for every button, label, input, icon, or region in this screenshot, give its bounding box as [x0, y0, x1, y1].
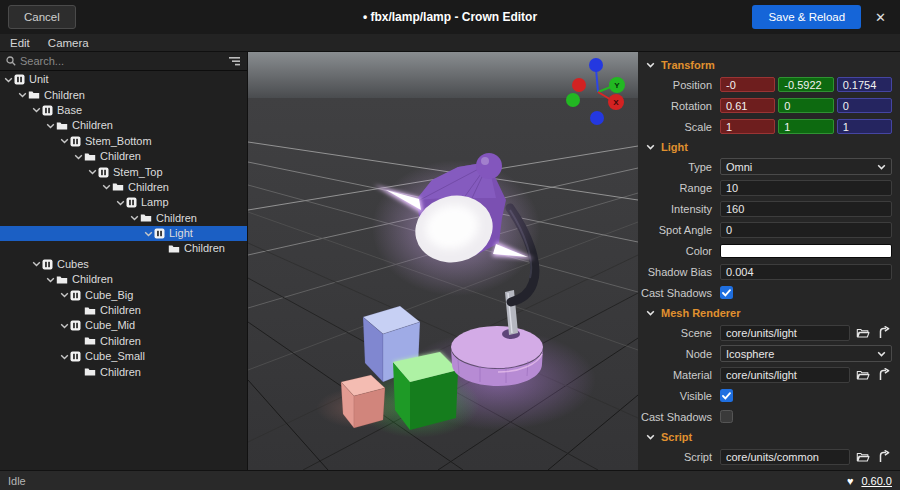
tree-item-children[interactable]: Children	[0, 272, 247, 287]
scale-x-field[interactable]: 1	[720, 119, 775, 134]
scale-z-field[interactable]: 1	[837, 119, 892, 134]
property-label: Spot Angle	[638, 224, 720, 236]
tree-item-children[interactable]: Children	[0, 118, 247, 133]
tree-item-children[interactable]: Children	[0, 241, 247, 256]
version-link[interactable]: 0.60.0	[861, 475, 892, 487]
cast-shadows-checkbox[interactable]	[720, 410, 733, 423]
folder-icon	[140, 213, 152, 223]
tree-item-base[interactable]: Base	[0, 103, 247, 118]
close-icon[interactable]: ✕	[861, 10, 900, 25]
search-input[interactable]	[20, 55, 224, 67]
chevron-down-icon[interactable]	[646, 431, 655, 443]
chevron-down-icon[interactable]	[143, 230, 154, 238]
scene-resource-input[interactable]	[720, 325, 850, 341]
chevron-down-icon[interactable]	[101, 183, 112, 191]
3d-viewport[interactable]: Y X	[247, 52, 637, 470]
tree-item-children[interactable]: Children	[0, 334, 247, 349]
shadow-bias-input[interactable]	[720, 264, 892, 280]
tree-item-label: Children	[100, 334, 141, 349]
tree-item-cube-small[interactable]: Cube_Small	[0, 349, 247, 364]
property-label: Node	[638, 348, 720, 360]
property-label: Position	[638, 79, 720, 91]
tree-item-cube-mid[interactable]: Cube_Mid	[0, 318, 247, 333]
chevron-down-icon[interactable]	[45, 276, 56, 284]
chevron-down-icon[interactable]	[129, 214, 140, 222]
tree-item-children[interactable]: Children	[0, 149, 247, 164]
section-header-script[interactable]: Script	[638, 427, 900, 446]
tree-item-light[interactable]: Light	[0, 226, 247, 241]
material-resource-input[interactable]	[720, 367, 850, 383]
tree-item-label: Children	[128, 180, 169, 195]
chevron-down-icon[interactable]	[45, 122, 56, 130]
chevron-down-icon[interactable]	[87, 168, 98, 176]
script-resource-input[interactable]	[720, 449, 850, 465]
chevron-down-icon[interactable]	[31, 106, 42, 114]
tree-item-children[interactable]: Children	[0, 303, 247, 318]
rotation-z-field[interactable]: 0	[837, 98, 892, 113]
gizmo-y-neg[interactable]	[566, 93, 580, 107]
import-arrow-icon[interactable]	[875, 367, 892, 383]
chevron-down-icon[interactable]	[73, 153, 84, 161]
heart-icon[interactable]: ♥	[847, 475, 854, 487]
chevron-down-icon[interactable]	[59, 291, 70, 299]
tree-item-label: Cube_Mid	[85, 318, 135, 333]
section-header-mesh-renderer[interactable]: Mesh Renderer	[638, 303, 900, 322]
chevron-down-icon[interactable]	[59, 322, 70, 330]
folder-open-icon[interactable]	[854, 449, 871, 465]
tree-item-children[interactable]: Children	[0, 211, 247, 226]
tree-item-children[interactable]: Children	[0, 87, 247, 102]
menu-item-camera[interactable]: Camera	[48, 37, 89, 49]
position-z-field[interactable]: 0.1754	[837, 77, 892, 92]
chevron-down-icon[interactable]	[115, 199, 126, 207]
gizmo-z-neg[interactable]	[590, 111, 604, 125]
tree-item-children[interactable]: Children	[0, 180, 247, 195]
chevron-down-icon[interactable]	[17, 91, 28, 99]
folder-icon	[84, 336, 96, 346]
tree-item-unit[interactable]: Unit	[0, 72, 247, 87]
import-arrow-icon[interactable]	[875, 449, 892, 465]
cast-shadows-checkbox[interactable]	[720, 286, 733, 299]
color-swatch[interactable]	[720, 244, 892, 258]
chevron-down-icon[interactable]	[646, 141, 655, 153]
section-header-light[interactable]: Light	[638, 137, 900, 156]
cancel-button[interactable]: Cancel	[8, 5, 76, 29]
visible-checkbox[interactable]	[720, 389, 733, 402]
property-label: Scale	[638, 121, 720, 133]
section-header-transform[interactable]: Transform	[638, 55, 900, 74]
node-dropdown[interactable]: Icosphere	[720, 345, 892, 362]
gizmo-z-pos[interactable]	[589, 58, 603, 72]
filter-icon[interactable]	[228, 56, 241, 67]
chevron-down-icon[interactable]	[646, 59, 655, 71]
tree-item-stem-top[interactable]: Stem_Top	[0, 164, 247, 179]
save-reload-button[interactable]: Save & Reload	[752, 5, 861, 29]
viewport-canvas: Y X	[248, 52, 638, 470]
tree-item-cube-big[interactable]: Cube_Big	[0, 287, 247, 302]
tree-item-stem-bottom[interactable]: Stem_Bottom	[0, 134, 247, 149]
section-title: Transform	[661, 59, 715, 71]
spot-angle-input[interactable]	[720, 222, 892, 238]
gizmo-x-neg[interactable]	[572, 78, 586, 92]
range-input[interactable]	[720, 180, 892, 196]
rotation-y-field[interactable]: 0	[778, 98, 833, 113]
position-y-field[interactable]: -0.5922	[778, 77, 833, 92]
chevron-down-icon[interactable]	[3, 76, 14, 84]
position-x-field[interactable]: -0	[720, 77, 775, 92]
menu-item-edit[interactable]: Edit	[10, 37, 30, 49]
folder-open-icon[interactable]	[854, 367, 871, 383]
tree-item-children[interactable]: Children	[0, 364, 247, 379]
chevron-down-icon[interactable]	[31, 260, 42, 268]
rotation-x-field[interactable]: 0.61	[720, 98, 775, 113]
tree-item-lamp[interactable]: Lamp	[0, 195, 247, 210]
chevron-down-icon[interactable]	[59, 137, 70, 145]
type-dropdown[interactable]: Omni	[720, 158, 892, 175]
chevron-down-icon[interactable]	[646, 307, 655, 319]
intensity-input[interactable]	[720, 201, 892, 217]
import-arrow-icon[interactable]	[875, 325, 892, 341]
folder-open-icon[interactable]	[854, 325, 871, 341]
scale-y-field[interactable]: 1	[778, 119, 833, 134]
chevron-down-icon[interactable]	[59, 353, 70, 361]
tree-item-cubes[interactable]: Cubes	[0, 257, 247, 272]
chevron-down-icon	[877, 161, 886, 173]
search-bar	[0, 52, 247, 71]
property-label: Range	[638, 182, 720, 194]
